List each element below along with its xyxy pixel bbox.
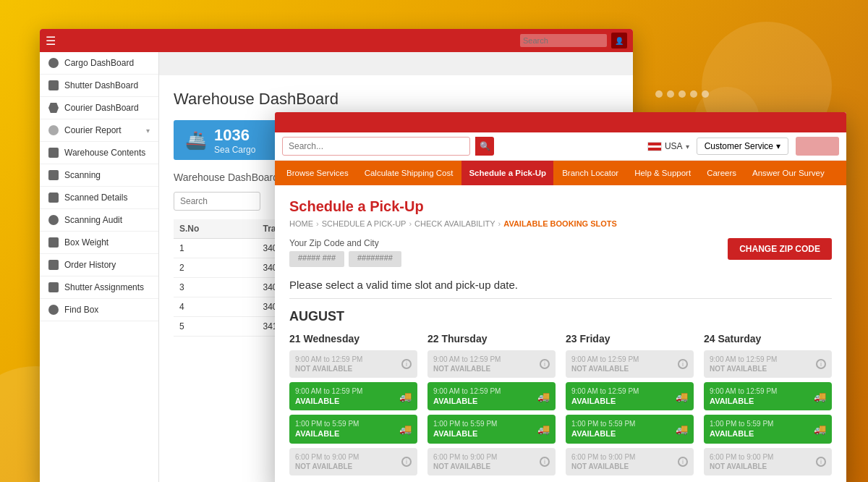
slot-status: NOT AVAILABLE [433,364,501,373]
menu-schedule-pickup[interactable]: Schedule a Pick-Up [461,161,553,185]
time-slot-day-21-1[interactable]: 9:00 AM to 12:59 PM AVAILABLE 🚚 [289,382,417,410]
stat-sea-cargo-value: 1036 [214,126,255,145]
slot-text: 9:00 AM to 12:59 PM AVAILABLE [295,386,362,406]
time-slot-day-23-1[interactable]: 9:00 AM to 12:59 PM AVAILABLE 🚚 [566,382,694,410]
sidebar-item-box-weight[interactable]: Box Weight [40,232,158,254]
sidebar-label-box-weight: Box Weight [64,237,109,248]
sidebar-item-scanning[interactable]: Scanning [40,164,158,187]
zip-block-1: ##### ### [289,251,344,267]
breadcrumb-sep-2: › [409,219,412,228]
menu-calculate-shipping[interactable]: Calculate Shipping Cost [357,161,461,185]
menu-help-support[interactable]: Help & Support [627,161,698,185]
sidebar-item-shutter-assignments[interactable]: Shutter Assignments [40,276,158,299]
slot-status: NOT AVAILABLE [571,364,639,373]
overlay-navbar: 🔍 USA ▾ Customer Service ▾ [275,132,846,161]
slot-status: NOT AVAILABLE [710,364,777,373]
info-icon: i [401,457,412,467]
time-slot-day-21-2[interactable]: 1:00 PM to 5:59 PM AVAILABLE 🚚 [289,415,417,443]
cell-sno: 5 [174,317,258,337]
overlay-topbar [275,112,846,132]
time-slot-day-24-2[interactable]: 1:00 PM to 5:59 PM AVAILABLE 🚚 [704,415,832,443]
zip-info: Your Zip Code and City ##### ### #######… [289,238,401,267]
sidebar-label-shutter-assignments: Shutter Assignments [64,282,144,292]
slot-time: 9:00 AM to 12:59 PM [295,386,362,396]
slot-text: 9:00 AM to 12:59 PM AVAILABLE [710,386,777,406]
sidebar-label-scanning: Scanning [64,170,101,180]
orange-menu: Browse Services Calculate Shipping Cost … [275,161,846,185]
sidebar: Cargo DashBoard Shutter DashBoard Courie… [40,52,159,482]
sidebar-label-scanning-audit: Scanning Audit [64,215,122,225]
breadcrumb-home[interactable]: HOME [289,219,313,228]
select-prompt: Please select a valid time slot and pick… [289,279,832,291]
slot-status: AVAILABLE [433,428,497,439]
flag-icon [647,142,662,151]
slot-status: NOT AVAILABLE [433,462,497,471]
sidebar-item-find-box[interactable]: Find Box [40,299,158,321]
sidebar-label-find-box: Find Box [64,305,98,315]
slot-text: 6:00 PM to 9:00 PM NOT AVAILABLE [295,452,359,471]
stat-sea-cargo-label: Sea Cargo [214,145,255,155]
time-slot-day-24-1[interactable]: 9:00 AM to 12:59 PM AVAILABLE 🚚 [704,382,832,410]
slot-time: 6:00 PM to 9:00 PM [571,452,635,462]
slot-status: NOT AVAILABLE [571,462,635,471]
search-input[interactable] [174,192,260,211]
menu-careers[interactable]: Careers [699,161,744,185]
menu-browse-services[interactable]: Browse Services [279,161,356,185]
sidebar-item-order-history[interactable]: Order History [40,254,158,276]
sidebar-item-courier-dashboard[interactable]: Courier DashBoard [40,97,158,119]
breadcrumb-schedule[interactable]: SCHEDULE A PICK-UP [322,219,407,228]
scanning-icon [48,170,59,180]
slot-time: 9:00 AM to 12:59 PM [433,355,501,364]
day-header-day-21: 21 Wednesday [289,333,417,344]
menu-branch-locator[interactable]: Branch Locator [555,161,626,185]
sidebar-label-courier-dashboard: Courier DashBoard [64,103,139,113]
slot-text: 6:00 PM to 9:00 PM NOT AVAILABLE [571,452,635,471]
breadcrumb-check[interactable]: CHECK AVAILABILITY [414,219,495,228]
slot-text: 9:00 AM to 12:59 PM NOT AVAILABLE [710,355,777,373]
overlay-search-button[interactable]: 🔍 [475,137,494,156]
slot-time: 1:00 PM to 5:59 PM [433,419,497,428]
scanned-details-icon [48,193,59,203]
sidebar-item-scanning-audit[interactable]: Scanning Audit [40,209,158,232]
time-slot-day-21-0: 9:00 AM to 12:59 PM NOT AVAILABLE i [289,350,417,378]
change-zip-button[interactable]: CHANGE ZIP CODE [728,238,832,260]
slot-status: NOT AVAILABLE [295,364,362,373]
time-slot-day-23-2[interactable]: 1:00 PM to 5:59 PM AVAILABLE 🚚 [566,415,694,443]
time-slot-day-22-1[interactable]: 9:00 AM to 12:59 PM AVAILABLE 🚚 [427,382,556,410]
slot-time: 6:00 PM to 9:00 PM [433,452,497,462]
topbar-user-icon[interactable]: 👤 [611,33,627,48]
slot-time: 9:00 AM to 12:59 PM [433,386,501,396]
menu-answer-survey[interactable]: Answer Our Survey [745,161,832,185]
sidebar-item-cargo-dashboard[interactable]: Cargo DashBoard [40,52,158,75]
slot-time: 1:00 PM to 5:59 PM [710,419,773,428]
sidebar-item-scanned-details[interactable]: Scanned Details [40,187,158,209]
breadcrumb: HOME › SCHEDULE A PICK-UP › CHECK AVAILA… [289,219,832,228]
country-label: USA [665,141,683,151]
country-dropdown-arrow[interactable]: ▾ [686,143,689,151]
chevron-right-icon: ▾ [146,127,150,135]
customer-service-button[interactable]: Customer Service ▾ [697,138,788,155]
sidebar-label-courier-report: Courier Report [64,125,122,135]
time-slot-day-21-3: 6:00 PM to 9:00 PM NOT AVAILABLE i [289,448,417,475]
slot-status: AVAILABLE [571,428,635,439]
sidebar-item-courier-report[interactable]: Courier Report ▾ [40,119,158,142]
sidebar-item-shutter-dashboard[interactable]: Shutter DashBoard [40,75,158,97]
divider [289,298,832,299]
slot-text: 1:00 PM to 5:59 PM AVAILABLE [433,419,497,439]
topbar-right: 👤 [520,33,627,48]
slot-time: 9:00 AM to 12:59 PM [571,386,639,396]
sidebar-item-warehouse-contents[interactable]: Warehouse Contents [40,142,158,164]
hamburger-icon[interactable]: ☰ [46,34,56,48]
breadcrumb-slots: AVAILABLE BOOKING SLOTS [503,219,617,228]
slot-text: 6:00 PM to 9:00 PM NOT AVAILABLE [710,452,773,471]
zip-row: Your Zip Code and City ##### ### #######… [289,238,832,267]
cell-sno: 1 [174,239,258,258]
overlay-search-input[interactable] [282,137,470,156]
cargo-dashboard-icon [48,58,59,68]
courier-dashboard-icon [48,103,59,113]
main-topbar: ☰ 👤 [40,29,633,52]
time-slot-day-22-3: 6:00 PM to 9:00 PM NOT AVAILABLE i [427,448,556,475]
customer-service-label: Customer Service [705,141,773,151]
topbar-search-input[interactable] [520,34,607,47]
time-slot-day-22-2[interactable]: 1:00 PM to 5:59 PM AVAILABLE 🚚 [427,415,556,443]
